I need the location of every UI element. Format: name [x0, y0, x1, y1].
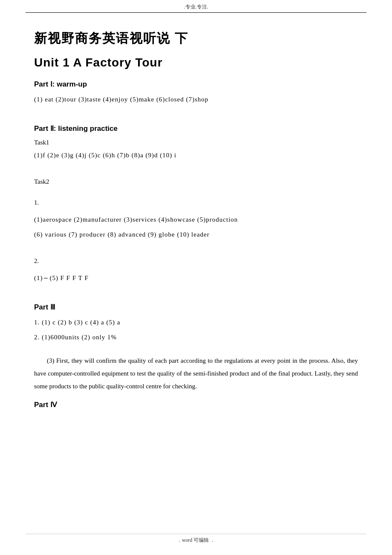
task1-label: Task1 — [34, 139, 358, 146]
top-bar: .专业.专注. — [26, 0, 366, 13]
task1-answers: (1)f (2)e (3)g (4)j (5)c (6)h (7)b (8)a … — [34, 150, 358, 161]
part2-subtitle: : listening practice — [54, 124, 118, 133]
chinese-title: 新视野商务英语视听说 下 — [34, 30, 358, 47]
part3-paragraph: (3) First, they will confirm the quality… — [34, 354, 358, 393]
part1-subtitle: : warm-up — [52, 80, 87, 88]
part1-answers: (1) eat (2)tour (3)taste (4)enjoy (5)mak… — [34, 94, 358, 105]
part3-heading: Part Ⅲ — [34, 303, 358, 312]
num1-label: 1. — [34, 199, 358, 206]
num2-answers: (1)～(5) F F F T F — [34, 272, 358, 284]
part1-heading: Part Ⅰ: warm-up — [34, 80, 358, 89]
part3-label: Part Ⅲ — [34, 303, 55, 311]
unit-title: Unit 1 A Factory Tour — [34, 56, 358, 69]
part3-line1: 1. (1) c (2) b (3) c (4) a (5) a — [34, 317, 358, 328]
page-container: .专业.专注. 新视野商务英语视听说 下 Unit 1 A Factory To… — [0, 0, 392, 555]
num2-label: 2. — [34, 257, 358, 265]
top-bar-text: .专业.专注. — [184, 4, 208, 10]
task2-label: Task2 — [34, 178, 358, 185]
num1-line1: (1)aerospace (2)manufacturer (3)services… — [34, 214, 358, 225]
main-content: 新视野商务英语视听说 下 Unit 1 A Factory Tour Part … — [0, 13, 392, 448]
part4-label: Part Ⅳ — [34, 401, 57, 409]
part1-label: Part Ⅰ — [34, 80, 52, 88]
part3-line2: 2. (1)6000units (2) only 1% — [34, 332, 358, 343]
part4-heading: Part Ⅳ — [34, 400, 358, 409]
bottom-bar: ．word 可编辑 ． — [26, 534, 366, 546]
num1-line2: (6) various (7) producer (8) advanced (9… — [34, 229, 358, 240]
bottom-bar-text: ．word 可编辑 ． — [177, 537, 216, 543]
part2-label: Part Ⅱ — [34, 124, 54, 133]
part2-heading: Part Ⅱ: listening practice — [34, 124, 358, 133]
